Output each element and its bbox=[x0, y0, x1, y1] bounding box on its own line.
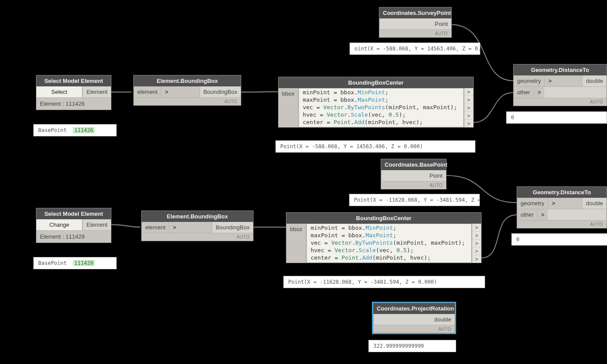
input-port-element[interactable]: element bbox=[142, 222, 169, 233]
output-port-2[interactable]: > bbox=[464, 96, 473, 104]
preview-select2: BasePoint 111429 bbox=[33, 257, 117, 269]
element-info: Element : 111429 bbox=[36, 231, 111, 243]
output-port-double[interactable]: double bbox=[373, 314, 455, 325]
chevron-right-icon: > bbox=[161, 86, 172, 97]
output-port-element[interactable]: Element bbox=[82, 219, 111, 230]
output-port-double[interactable]: double bbox=[582, 198, 607, 209]
code-block[interactable]: minPoint = bbox.MinPoint;maxPoint = bbox… bbox=[307, 224, 471, 263]
node-title: Element.BoundingBox bbox=[134, 75, 241, 86]
node-geometry-distanceto-2[interactable]: Geometry.DistanceTo geometry > double ot… bbox=[517, 186, 607, 228]
chevron-right-icon: > bbox=[169, 222, 180, 233]
input-port-other[interactable]: other bbox=[517, 209, 538, 220]
input-port-bbox[interactable]: bbox bbox=[279, 88, 299, 127]
output-port-1[interactable]: > bbox=[472, 224, 481, 232]
lacing-mode[interactable]: AUTO bbox=[514, 98, 607, 106]
node-element-boundingbox-1[interactable]: Element.BoundingBox element > BoundingBo… bbox=[133, 75, 241, 106]
output-port-double[interactable]: double bbox=[582, 75, 607, 86]
node-title: Select Model Element bbox=[36, 208, 111, 219]
node-select-model-element-1[interactable]: Select Model Element Select Element Elem… bbox=[36, 75, 111, 110]
code-block[interactable]: minPoint = bbox.MinPoint;maxPoint = bbox… bbox=[299, 88, 464, 127]
preview-dist1: 0 bbox=[506, 111, 607, 124]
lacing-mode[interactable]: AUTO bbox=[379, 30, 451, 37]
output-port-1[interactable]: > bbox=[464, 88, 473, 96]
node-coordinates-projectrotation[interactable]: Coordinates.ProjectRotation double AUTO bbox=[373, 303, 455, 333]
preview-projrot: 322.999999999999 bbox=[368, 340, 456, 352]
node-title: Coordinates.BasePoint bbox=[381, 159, 446, 170]
output-port-5[interactable]: > bbox=[472, 255, 481, 263]
lacing-mode[interactable]: AUTO bbox=[373, 325, 455, 333]
node-title: Coordinates.SurveyPoint bbox=[379, 7, 451, 18]
output-port-4[interactable]: > bbox=[472, 247, 481, 255]
output-port-5[interactable]: > bbox=[464, 120, 473, 127]
select-button[interactable]: Select bbox=[36, 86, 82, 97]
preview-center1: Point(X = -588.068, Y = 14563.406, Z = 0… bbox=[275, 140, 475, 153]
node-coordinates-basepoint[interactable]: Coordinates.BasePoint Point AUTO bbox=[381, 159, 446, 189]
output-port-2[interactable]: > bbox=[472, 232, 481, 239]
chevron-right-icon: > bbox=[545, 75, 555, 86]
chevron-right-icon: > bbox=[538, 209, 548, 220]
output-port-column: > > > > > bbox=[471, 224, 481, 263]
node-element-boundingbox-2[interactable]: Element.BoundingBox element > BoundingBo… bbox=[141, 211, 254, 241]
node-coordinates-surveypoint[interactable]: Coordinates.SurveyPoint Point AUTO bbox=[379, 7, 452, 38]
lacing-mode[interactable]: AUTO bbox=[517, 221, 607, 228]
node-select-model-element-2[interactable]: Select Model Element Change Element Elem… bbox=[36, 208, 111, 243]
node-title: Element.BoundingBox bbox=[142, 211, 253, 222]
input-port-geometry[interactable]: geometry bbox=[514, 75, 545, 86]
lacing-mode[interactable]: AUTO bbox=[381, 182, 446, 189]
element-info: Element : 111426 bbox=[36, 98, 111, 110]
output-port-boundingbox[interactable]: BoundingBox bbox=[212, 222, 253, 233]
output-port-3[interactable]: > bbox=[464, 104, 473, 112]
wires-layer bbox=[0, 0, 607, 364]
node-title: Select Model Element bbox=[36, 75, 111, 86]
node-title: Coordinates.ProjectRotation bbox=[373, 303, 455, 314]
lacing-mode[interactable]: AUTO bbox=[134, 98, 241, 105]
lacing-mode[interactable]: AUTO bbox=[142, 233, 253, 241]
chevron-right-icon: > bbox=[548, 198, 559, 209]
input-port-element[interactable]: element bbox=[134, 86, 161, 97]
output-port-column: > > > > > bbox=[464, 88, 473, 127]
output-port-3[interactable]: > bbox=[472, 239, 481, 247]
node-title: BoundingBoxCenter bbox=[279, 77, 473, 88]
change-button[interactable]: Change bbox=[36, 219, 82, 230]
node-title: Geometry.DistanceTo bbox=[517, 187, 607, 198]
node-title: BoundingBoxCenter bbox=[286, 213, 481, 224]
output-port-element[interactable]: Element bbox=[82, 86, 111, 97]
preview-select1: BasePoint 111426 bbox=[33, 124, 117, 136]
node-boundingboxcenter-1[interactable]: BoundingBoxCenter bbox minPoint = bbox.M… bbox=[278, 77, 474, 128]
preview-base: Point(X = -11628.068, Y = -3481.594, Z =… bbox=[349, 194, 480, 206]
output-port-point[interactable]: Point bbox=[379, 18, 451, 29]
input-port-geometry[interactable]: geometry bbox=[517, 198, 548, 209]
node-geometry-distanceto-1[interactable]: Geometry.DistanceTo geometry > double ot… bbox=[513, 64, 607, 106]
output-port-4[interactable]: > bbox=[464, 112, 473, 120]
preview-center2: Point(X = -11628.068, Y = -3481.594, Z =… bbox=[283, 276, 485, 288]
chevron-right-icon: > bbox=[534, 87, 545, 98]
output-port-point[interactable]: Point bbox=[381, 170, 446, 181]
node-title: Geometry.DistanceTo bbox=[514, 64, 607, 75]
preview-survey: oint(X = -588.068, Y = 14563.406, Z = 0.… bbox=[350, 43, 480, 55]
output-port-boundingbox[interactable]: BoundingBox bbox=[200, 86, 241, 97]
preview-dist2: 0 bbox=[511, 233, 607, 246]
input-port-other[interactable]: other bbox=[514, 87, 534, 98]
node-boundingboxcenter-2[interactable]: BoundingBoxCenter bbox minPoint = bbox.M… bbox=[286, 212, 482, 263]
input-port-bbox[interactable]: bbox bbox=[286, 224, 307, 263]
